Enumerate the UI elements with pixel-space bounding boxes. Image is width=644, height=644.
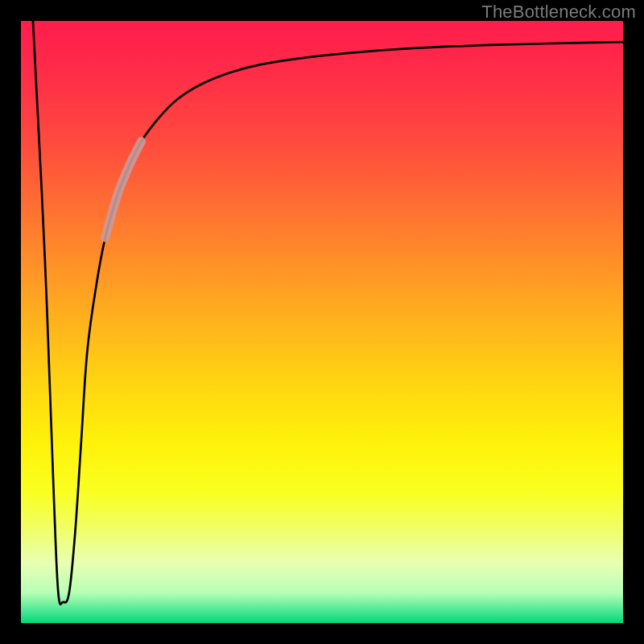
watermark-text: TheBottleneck.com bbox=[481, 2, 636, 23]
chart-stage: TheBottleneck.com bbox=[0, 0, 644, 644]
chart-svg bbox=[21, 21, 623, 623]
series-curve bbox=[33, 21, 623, 605]
plot-area bbox=[21, 21, 623, 623]
highlight-segment bbox=[105, 142, 142, 238]
